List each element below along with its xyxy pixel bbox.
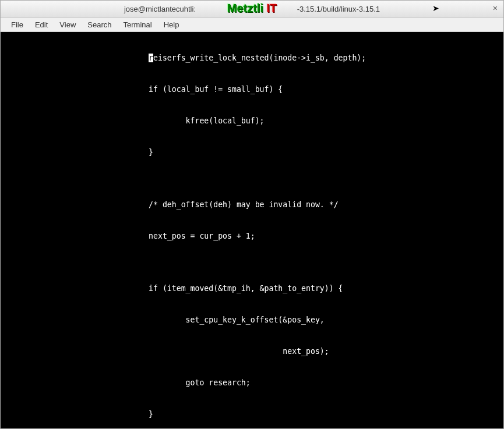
window-title-left: jose@mictlantecuhtli: xyxy=(124,5,198,13)
brand-logo: Metztli IT xyxy=(227,2,277,15)
terminal-area[interactable]: reiserfs_write_lock_nested(inode->i_sb, … xyxy=(1,32,503,428)
code-line: goto research; xyxy=(1,378,503,388)
close-icon[interactable]: × xyxy=(493,3,498,13)
code-line: next_pos = cur_pos + 1; xyxy=(1,231,503,242)
menu-file[interactable]: File xyxy=(5,19,29,31)
code-line: } xyxy=(1,409,503,420)
cursor-arrow-icon: ➤ xyxy=(432,3,439,13)
menu-terminal[interactable]: Terminal xyxy=(118,19,158,31)
menu-edit[interactable]: Edit xyxy=(29,19,54,31)
titlebar: jose@mictlantecuhtli: Metztli IT -3.15.1… xyxy=(1,1,503,18)
menu-view[interactable]: View xyxy=(54,19,82,31)
vim-cursor: r xyxy=(149,54,153,62)
menubar: File Edit View Search Terminal Help xyxy=(1,18,503,32)
code-line: reiserfs_write_lock_nested(inode->i_sb, … xyxy=(1,53,503,63)
vim-pane-top[interactable]: reiserfs_write_lock_nested(inode->i_sb, … xyxy=(1,32,503,428)
code-line: /* deh_offset(deh) may be invalid now. *… xyxy=(1,200,503,210)
window-title-right: -3.15.1/build/linux-3.15.1 xyxy=(297,5,380,13)
code-line: if (item_moved(&tmp_ih, &path_to_entry))… xyxy=(1,283,503,294)
code-line: set_cpu_key_k_offset(&pos_key, xyxy=(1,315,503,325)
menu-help[interactable]: Help xyxy=(158,19,185,31)
menu-search[interactable]: Search xyxy=(82,19,117,31)
code-line: kfree(local_buf); xyxy=(1,116,503,126)
terminal-window: jose@mictlantecuhtli: Metztli IT -3.15.1… xyxy=(0,0,504,429)
code-line: if (local_buf != small_buf) { xyxy=(1,84,503,95)
code-line: } xyxy=(1,147,503,158)
code-line: next_pos); xyxy=(1,346,503,357)
